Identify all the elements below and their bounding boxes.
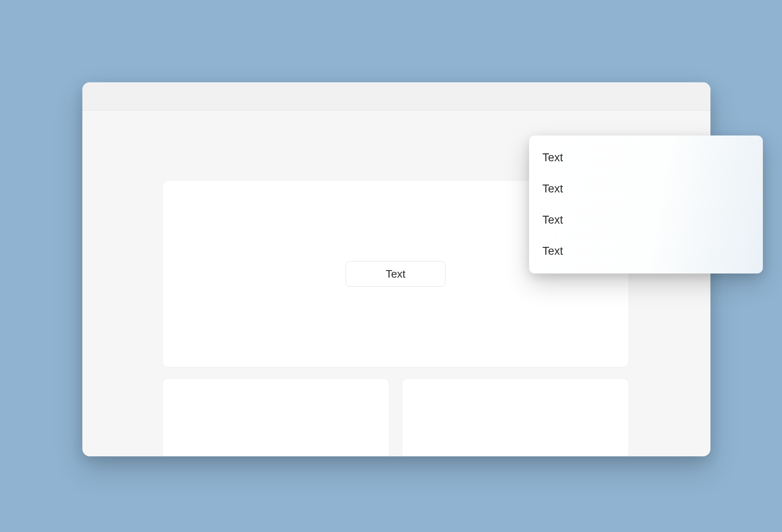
- text-button[interactable]: Text: [346, 261, 445, 287]
- dropdown-menu: Text Text Text Text: [529, 135, 763, 273]
- titlebar: [82, 82, 710, 111]
- dropdown-item-label: Text: [542, 245, 563, 257]
- dropdown-item-2[interactable]: Text: [529, 204, 763, 236]
- dropdown-item-0[interactable]: Text: [529, 142, 763, 173]
- dropdown-item-3[interactable]: Text: [529, 236, 763, 267]
- card-left: [162, 378, 389, 456]
- dropdown-item-label: Text: [542, 182, 563, 195]
- dropdown-item-label: Text: [542, 214, 563, 226]
- card-right: [402, 378, 629, 456]
- text-button-label: Text: [386, 268, 406, 281]
- dropdown-item-label: Text: [542, 151, 563, 164]
- dropdown-item-1[interactable]: Text: [529, 173, 763, 204]
